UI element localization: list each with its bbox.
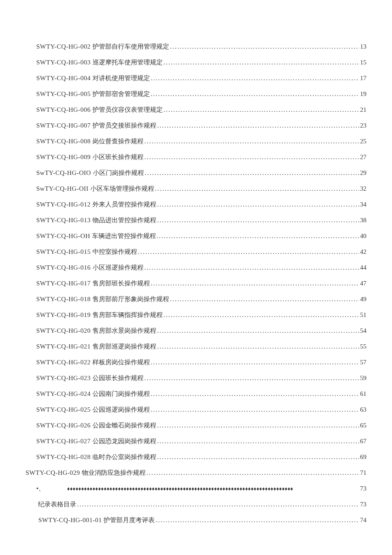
- toc-code: SWTY-CQ-HG-022: [36, 359, 91, 366]
- toc-title: 护管员仪容仪表管理规定: [92, 106, 163, 114]
- toc-page-number: 61: [360, 390, 366, 398]
- toc-title: 样板房岗位操作规程: [92, 358, 150, 366]
- toc-entry: SWTY-CQ-HG-007护管员交接班操作规程23: [26, 122, 366, 130]
- toc-title: 小区门岗操作规程: [93, 169, 144, 177]
- toc-page-number: 21: [360, 106, 366, 113]
- toc-list: SWTY-CQ-HG-002护管部自行车使用管理规定13SWTY-CQ-HG-0…: [26, 43, 366, 477]
- toc-code: SWTY-CQ-HG-OH: [36, 232, 90, 240]
- toc-entry: SWTY-CQ-HG-025公园巡逻岗操作规程63: [26, 406, 366, 414]
- dot-leader: [164, 59, 359, 66]
- toc-title: 售房部水景岗操作规程: [92, 327, 156, 335]
- toc-code: SWTY-CQ-HG-001-01: [38, 517, 102, 524]
- dot-leader: [157, 232, 360, 240]
- toc-code: SWTY-CQ-HG-017: [36, 280, 91, 287]
- toc-title: 公园南门岗操作规程: [92, 390, 150, 398]
- toc-page-number: 42: [360, 248, 366, 256]
- dot-leader: [151, 90, 359, 98]
- toc-code: SWTY-CQ-HG-015: [36, 248, 91, 256]
- toc-title: 护管员交接班操作规程: [92, 122, 156, 130]
- dot-leader: [164, 311, 359, 319]
- dot-leader: [170, 43, 359, 50]
- toc-page-number: 59: [360, 375, 366, 382]
- toc-code: SwTY-CQ-HG-OIO: [36, 169, 91, 177]
- dot-leader: [151, 280, 359, 287]
- toc-code: SWTY-CQ-HG-018: [36, 296, 91, 303]
- dot-leader: [151, 359, 359, 366]
- toc-entry: SWTY-CQ-HG-003巡逻摩托车使用管理规定15: [26, 58, 366, 67]
- toc-code: SWTY-CQ-HG-026: [36, 422, 91, 429]
- toc-page-number: 49: [360, 296, 366, 303]
- dot-leader: [145, 169, 359, 177]
- toc-page-number: 32: [360, 185, 366, 192]
- toc-page-number: 13: [360, 43, 366, 50]
- toc-entry: SWTY-CQ-HG-009小区班长操作规程27: [26, 153, 366, 161]
- toc-title: 纪录表格目录: [38, 500, 76, 509]
- diamond-lead: •、: [36, 485, 66, 493]
- toc-title: 护管部宿舍管理规定: [92, 90, 150, 98]
- dot-leader: [157, 217, 359, 224]
- toc-page-number: 34: [360, 201, 366, 208]
- toc-entry: SWTY-CQ-HG-004对讲机使用管理规定17: [26, 74, 366, 82]
- toc-code: SWTY-CQ-HG-025: [36, 406, 91, 413]
- toc-entry: SWTY-CQ-HG-019售房部车辆指挥操作规程51: [26, 311, 366, 319]
- toc-title: 临时办公室岗操作规程: [92, 453, 156, 461]
- toc-code: SWTY-CQ-HG-024: [36, 390, 91, 398]
- toc-title: 中控室操作规程: [92, 248, 137, 256]
- toc-page-number: 19: [360, 90, 366, 98]
- toc-code: SWTY-CQ-HG-013: [36, 217, 91, 224]
- toc-code: SWTY-CQ-HG-012: [36, 201, 91, 208]
- toc-page-number: 17: [360, 75, 366, 82]
- toc-title: 护管部月度考评表: [104, 516, 155, 524]
- toc-title: 对讲机使用管理规定: [92, 74, 150, 82]
- toc-page-number: 69: [360, 453, 366, 461]
- toc-code: SWTY-CQ-HG-028: [36, 453, 91, 461]
- toc-page-number: 54: [360, 327, 366, 334]
- toc-title: 外来人员管控操作规程: [92, 200, 156, 209]
- toc-entry: 纪录表格目录73: [26, 500, 366, 509]
- toc-entry: SwTY-CQ-HG-OIO小区门岗操作规程 29: [26, 169, 366, 177]
- toc-page-number: 67: [360, 438, 366, 445]
- dot-leader: [170, 296, 359, 303]
- toc-code: SWTY-CQ-HG-002: [36, 43, 91, 50]
- toc-entry: SWTY-CQ-HG-008岗位督查操作规程25: [26, 137, 366, 145]
- toc-title: 公园班长操作规程: [92, 374, 144, 382]
- toc-code: SWTY-CQ-HG-007: [36, 122, 91, 129]
- dot-leader: [157, 422, 359, 429]
- toc-code: SwTY-CQ-HG-OII: [36, 185, 89, 192]
- diamond-leader: [67, 485, 359, 492]
- toc-entry: SWTY-CQ-HG-018售房部前厅形象岗操作规程49: [26, 295, 366, 303]
- toc-title: 公园金蟾石岗操作规程: [92, 421, 156, 430]
- toc-tail-list: 纪录表格目录73SWTY-CQ-HG-001-01护管部月度考评表74: [26, 500, 366, 524]
- toc-entry: SWTY-CQ-HG-006护管员仪容仪表管理规定21: [26, 106, 366, 114]
- toc-title: 岗位督查操作规程: [92, 137, 144, 145]
- toc-code: SWTY-CQ-HG-027: [36, 438, 91, 445]
- toc-page-number: 74: [360, 517, 366, 524]
- toc-page-number: 40: [360, 232, 366, 240]
- toc-code: SWTY-CQ-HG-003: [36, 59, 91, 66]
- toc-entry: SwTY-CQ-HG-OII小区车场管理操作规程 32: [26, 185, 366, 193]
- toc-title: 小区车场管理操作规程: [90, 185, 154, 193]
- toc-page-number: 23: [360, 122, 366, 129]
- toc-entry: SWTY-CQ-HG-016小区巡逻操作规程44: [26, 264, 366, 272]
- toc-page-number: 29: [360, 169, 366, 177]
- dot-leader: [144, 138, 359, 145]
- dot-leader: [157, 343, 359, 350]
- toc-title: 巡逻摩托车使用管理规定: [92, 58, 163, 67]
- toc-entry: SWTY-CQ-HG-001-01护管部月度考评表74: [26, 516, 366, 524]
- toc-page-number: 73: [360, 501, 366, 508]
- toc-entry: SWTY-CQ-HG-024公园南门岗操作规程61: [26, 390, 366, 398]
- toc-title: 车辆进出管控操作规程: [92, 232, 156, 240]
- toc-entry: SWTY-CQ-HG-002护管部自行车使用管理规定13: [26, 43, 366, 51]
- toc-title: 公园巡逻岗操作规程: [92, 406, 150, 414]
- dot-leader: [157, 201, 359, 208]
- toc-entry: SWTY-CQ-HG-029物业消防应急操作规程 71: [26, 469, 366, 477]
- toc-page-number: 63: [360, 406, 366, 413]
- toc-page-number: 25: [360, 138, 366, 145]
- dot-leader: [157, 327, 359, 334]
- toc-page-number: 71: [360, 469, 366, 477]
- toc-page-number: 57: [360, 359, 366, 366]
- toc-page-number: 51: [360, 311, 366, 319]
- dot-leader: [164, 106, 359, 113]
- toc-code: SWTY-CQ-HG-016: [36, 264, 91, 271]
- dot-leader: [144, 154, 359, 161]
